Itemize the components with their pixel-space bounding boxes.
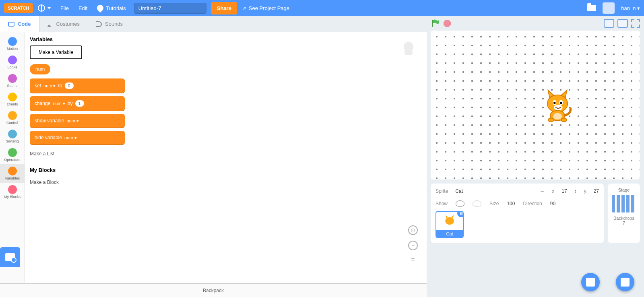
cat-label: Operators — [4, 158, 20, 162]
dropdown[interactable]: num ▾ — [43, 83, 56, 89]
input-pill[interactable]: 1 — [75, 100, 84, 107]
user-avatar[interactable] — [603, 2, 615, 14]
add-backdrop-button[interactable] — [616, 273, 634, 291]
input-pill[interactable]: 0 — [65, 82, 74, 89]
backpack-bar[interactable]: Backpack — [0, 283, 427, 297]
tab-costumes[interactable]: Costumes — [39, 16, 89, 32]
direction-input[interactable]: 90 — [550, 201, 555, 206]
svg-point-13 — [548, 118, 554, 122]
sprite-name-input[interactable]: Cat — [455, 188, 463, 194]
tab-sounds[interactable]: Sounds — [88, 16, 131, 32]
make-block-button[interactable]: Make a Block — [30, 176, 125, 188]
small-stage-button[interactable] — [604, 19, 614, 28]
myblocks-heading: My Blocks — [30, 167, 125, 173]
y-label: y — [584, 188, 586, 194]
y-icon: ↕ — [574, 188, 577, 194]
category-myblocks[interactable]: My Blocks — [0, 183, 25, 201]
zoom-out-button[interactable]: − — [408, 241, 418, 250]
cat-label: Sensing — [6, 139, 19, 143]
svg-rect-1 — [405, 50, 413, 55]
sprite-list: 🗑 Cat — [436, 211, 599, 238]
scratch-logo[interactable]: SCRATCH — [4, 3, 33, 13]
file-menu[interactable]: File — [56, 0, 74, 16]
zoom-reset-button[interactable]: ⊙ — [408, 225, 418, 235]
category-sound[interactable]: Sound — [0, 72, 25, 90]
variable-reporter[interactable]: num — [30, 64, 50, 74]
project-title-input[interactable] — [134, 3, 206, 14]
stage-label: Stage — [610, 188, 638, 192]
category-events[interactable]: Events — [0, 90, 25, 109]
direction-label: Direction — [523, 201, 542, 206]
svg-point-7 — [553, 102, 555, 104]
blk-text: change — [35, 101, 50, 106]
arrow-icon: ↗ — [242, 5, 246, 11]
cat-label: Looks — [7, 65, 17, 69]
dot-icon — [8, 74, 17, 83]
category-control[interactable]: Control — [0, 109, 25, 127]
stage-selector[interactable]: Stage Backdrops 7 — [608, 184, 640, 243]
sprite-tile-cat[interactable]: 🗑 Cat — [436, 211, 464, 238]
code-icon — [8, 22, 14, 27]
dot-icon — [8, 148, 17, 157]
category-looks[interactable]: Looks — [0, 53, 25, 72]
dot-icon — [8, 130, 17, 138]
category-operators[interactable]: Operators — [0, 146, 25, 164]
sprite-tile-label: Cat — [436, 230, 463, 237]
hide-button[interactable] — [473, 200, 481, 207]
zoom-in-button[interactable]: = — [409, 256, 417, 263]
size-label: Size — [489, 201, 499, 206]
paintbrush-icon — [47, 21, 53, 27]
dropdown[interactable]: num ▾ — [64, 135, 76, 140]
large-stage-button[interactable] — [617, 19, 628, 28]
x-input[interactable]: 17 — [561, 188, 567, 194]
workspace[interactable]: ⊙ − = — [130, 32, 427, 283]
edit-menu[interactable]: Edit — [74, 0, 92, 16]
see-project-page[interactable]: ↗See Project Page — [237, 0, 294, 16]
fullscreen-button[interactable] — [631, 19, 640, 28]
green-flag-button[interactable] — [431, 19, 440, 28]
lightbulb-icon — [96, 4, 105, 13]
category-sensing[interactable]: Sensing — [0, 127, 25, 146]
show-button[interactable] — [456, 200, 464, 207]
block-change-variable[interactable]: changenum ▾by1 — [30, 96, 125, 111]
dropdown[interactable]: num ▾ — [53, 101, 65, 106]
mystuff-icon[interactable] — [587, 5, 596, 11]
block-show-variable[interactable]: show variablenum ▾ — [30, 114, 125, 128]
dot-icon — [8, 185, 17, 194]
stage[interactable] — [431, 31, 640, 179]
xy-icon: ↔ — [540, 188, 545, 194]
svg-rect-2 — [432, 20, 433, 27]
show-label: Show — [436, 201, 448, 206]
sprite-cat[interactable] — [539, 87, 576, 124]
share-button[interactable]: Share — [211, 2, 237, 14]
username-menu[interactable]: han_n ▾ — [621, 5, 640, 11]
block-hide-variable[interactable]: hide variablenum ▾ — [30, 131, 125, 144]
see-project-label: See Project Page — [249, 5, 289, 11]
variables-heading: Variables — [30, 36, 125, 42]
svg-point-12 — [553, 113, 562, 119]
language-menu[interactable] — [33, 0, 56, 16]
watermark-sprite-icon — [400, 40, 417, 56]
category-variables[interactable]: Variables — [0, 164, 25, 183]
dropdown[interactable]: num ▾ — [66, 118, 78, 124]
blk-text: by — [68, 101, 73, 106]
cat-label: Control — [6, 121, 18, 125]
cat-label: Events — [7, 102, 18, 106]
make-list-button[interactable]: Make a List — [30, 148, 125, 160]
tab-code[interactable]: Code — [0, 16, 39, 32]
cat-label: My Blocks — [4, 195, 21, 199]
extension-icon — [5, 253, 15, 261]
blk-text: set — [35, 83, 41, 89]
make-variable-button[interactable]: Make a Variable — [30, 45, 82, 59]
block-set-variable[interactable]: setnum ▾to0 — [30, 78, 125, 93]
dot-icon — [8, 93, 17, 101]
cat-label: Variables — [5, 176, 20, 180]
y-input[interactable]: 27 — [594, 188, 599, 194]
add-sprite-button[interactable] — [581, 273, 600, 291]
size-input[interactable]: 100 — [507, 201, 515, 206]
add-extension-button[interactable] — [0, 247, 20, 267]
tutorials-button[interactable]: Tutorials — [92, 0, 130, 16]
category-motion[interactable]: Motion — [0, 35, 25, 53]
stop-button[interactable] — [444, 20, 451, 27]
block-palette: Variables Make a Variable num setnum ▾to… — [25, 32, 130, 283]
